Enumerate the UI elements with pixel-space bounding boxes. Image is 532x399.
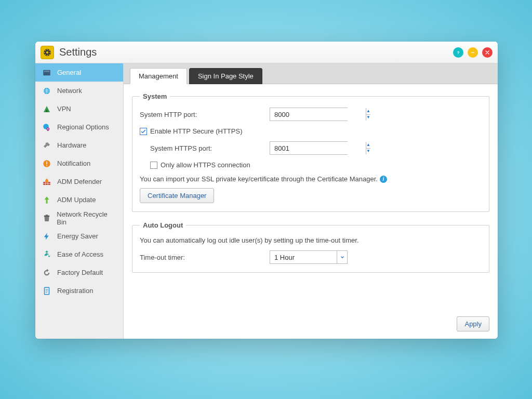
svg-text:?: ? bbox=[457, 50, 460, 55]
settings-app-icon bbox=[41, 46, 54, 59]
enable-https-checkbox[interactable]: Enable HTTP Secure (HTTPS) bbox=[140, 127, 242, 135]
svg-rect-15 bbox=[46, 110, 48, 112]
sidebar-item-label: Regional Options bbox=[57, 123, 109, 131]
sidebar-item-network[interactable]: Network bbox=[35, 82, 123, 100]
only-https-checkbox[interactable]: Only allow HTTPS connection bbox=[150, 161, 250, 169]
spinner-down-icon[interactable]: ▼ bbox=[366, 149, 370, 155]
sidebar-item-label: Network Recycle Bin bbox=[57, 210, 117, 226]
tab-bar: Management Sign In Page Style bbox=[124, 63, 498, 84]
ease-of-access-icon bbox=[42, 249, 52, 260]
spinner-arrows: ▲ ▼ bbox=[366, 142, 370, 154]
info-icon[interactable]: i bbox=[380, 176, 387, 183]
timeout-label: Time-out timer: bbox=[140, 254, 270, 261]
svg-rect-22 bbox=[44, 215, 49, 216]
sidebar-item-notification[interactable]: Notification bbox=[35, 154, 123, 172]
http-port-label: System HTTP port: bbox=[140, 111, 270, 118]
settings-window: Settings ? General Network VPN bbox=[35, 42, 498, 339]
sidebar-item-regional-options[interactable]: Regional Options bbox=[35, 118, 123, 136]
auto-logout-hint: You can automatically log out idle user(… bbox=[140, 236, 359, 244]
sidebar-item-label: Notification bbox=[57, 159, 90, 167]
sidebar-item-label: ADM Defender bbox=[57, 178, 102, 185]
titlebar: Settings ? bbox=[35, 42, 498, 63]
svg-rect-13 bbox=[44, 71, 50, 72]
general-icon bbox=[42, 68, 52, 78]
sidebar-item-label: VPN bbox=[57, 105, 71, 113]
svg-point-7 bbox=[49, 50, 50, 51]
svg-point-1 bbox=[46, 51, 49, 54]
spinner-up-icon[interactable]: ▲ bbox=[366, 142, 370, 149]
sidebar-item-label: Network bbox=[57, 87, 82, 95]
enable-https-label: Enable HTTP Secure (HTTPS) bbox=[150, 127, 242, 135]
timeout-select[interactable]: 1 Hour bbox=[270, 250, 348, 264]
certificate-manager-button[interactable]: Certificate Manager bbox=[140, 188, 214, 203]
sidebar-item-adm-update[interactable]: ADM Update bbox=[35, 191, 123, 209]
sidebar-item-label: ADM Update bbox=[57, 196, 96, 204]
svg-point-4 bbox=[44, 52, 45, 53]
spinner-down-icon[interactable]: ▼ bbox=[366, 115, 370, 121]
sidebar-item-label: General bbox=[57, 69, 81, 76]
update-icon bbox=[42, 195, 52, 205]
recycle-bin-icon bbox=[42, 213, 51, 223]
sidebar-item-label: Ease of Access bbox=[57, 250, 103, 258]
system-legend: System bbox=[140, 92, 170, 100]
content-area: System System HTTP port: ▲ ▼ bbox=[124, 84, 498, 312]
dropdown-arrow-icon[interactable] bbox=[337, 251, 347, 263]
tab-management[interactable]: Management bbox=[130, 68, 187, 84]
svg-point-17 bbox=[47, 128, 48, 129]
https-port-spinner[interactable]: ▲ ▼ bbox=[270, 141, 348, 155]
tab-sign-in-page-style[interactable]: Sign In Page Style bbox=[189, 68, 262, 84]
https-port-input[interactable] bbox=[270, 142, 366, 154]
sidebar-item-factory-default[interactable]: Factory Default bbox=[35, 263, 123, 282]
minimize-button[interactable] bbox=[468, 47, 478, 58]
checkbox-unchecked-icon bbox=[150, 162, 157, 169]
notification-icon bbox=[42, 158, 52, 169]
svg-rect-19 bbox=[46, 161, 47, 164]
system-group: System System HTTP port: ▲ ▼ bbox=[132, 92, 489, 212]
sidebar-item-general[interactable]: General bbox=[35, 63, 123, 82]
apply-button[interactable]: Apply bbox=[457, 316, 489, 331]
auto-logout-legend: Auto Logout bbox=[140, 221, 186, 229]
svg-rect-20 bbox=[46, 165, 47, 166]
help-button[interactable]: ? bbox=[453, 47, 463, 58]
tab-label: Management bbox=[139, 72, 178, 80]
svg-point-2 bbox=[47, 49, 48, 50]
window-title: Settings bbox=[59, 46, 449, 58]
sidebar-item-vpn[interactable]: VPN bbox=[35, 100, 123, 118]
timeout-value: 1 Hour bbox=[270, 251, 337, 263]
footer: Apply bbox=[124, 312, 498, 339]
energy-icon bbox=[42, 231, 52, 242]
sidebar-item-energy-saver[interactable]: Energy Saver bbox=[35, 227, 123, 245]
sidebar-item-label: Factory Default bbox=[57, 269, 103, 276]
sidebar-item-registration[interactable]: Registration bbox=[35, 282, 123, 300]
svg-point-8 bbox=[45, 54, 46, 55]
sidebar-item-hardware[interactable]: Hardware bbox=[35, 136, 123, 154]
svg-point-5 bbox=[49, 52, 50, 53]
vpn-icon bbox=[42, 104, 52, 114]
firewall-icon bbox=[42, 177, 52, 187]
spinner-arrows: ▲ ▼ bbox=[366, 108, 370, 121]
sidebar-item-label: Hardware bbox=[57, 141, 86, 149]
sidebar-item-adm-defender[interactable]: ADM Defender bbox=[35, 172, 123, 191]
hardware-icon bbox=[42, 140, 52, 151]
http-port-spinner[interactable]: ▲ ▼ bbox=[270, 108, 348, 121]
sidebar: General Network VPN Regional Options Har… bbox=[35, 63, 124, 339]
sidebar-item-ease-of-access[interactable]: Ease of Access bbox=[35, 245, 123, 263]
close-button[interactable] bbox=[482, 47, 493, 58]
spinner-up-icon[interactable]: ▲ bbox=[366, 108, 370, 115]
registration-icon bbox=[42, 286, 52, 296]
svg-point-6 bbox=[45, 50, 46, 51]
sidebar-item-network-recycle-bin[interactable]: Network Recycle Bin bbox=[35, 209, 123, 227]
globe-pin-icon bbox=[42, 122, 52, 132]
main-panel: Management Sign In Page Style System Sys… bbox=[124, 63, 498, 339]
svg-point-3 bbox=[47, 55, 48, 56]
tab-label: Sign In Page Style bbox=[198, 72, 254, 80]
checkbox-checked-icon bbox=[140, 128, 147, 135]
svg-rect-23 bbox=[45, 215, 48, 216]
network-icon bbox=[42, 86, 52, 96]
sidebar-item-label: Registration bbox=[57, 287, 93, 295]
svg-rect-11 bbox=[471, 52, 474, 52]
only-https-label: Only allow HTTPS connection bbox=[161, 161, 250, 169]
https-port-label: System HTTPS port: bbox=[150, 144, 270, 152]
ssl-hint-text: You can import your SSL private key/cert… bbox=[140, 175, 378, 183]
http-port-input[interactable] bbox=[270, 108, 366, 121]
